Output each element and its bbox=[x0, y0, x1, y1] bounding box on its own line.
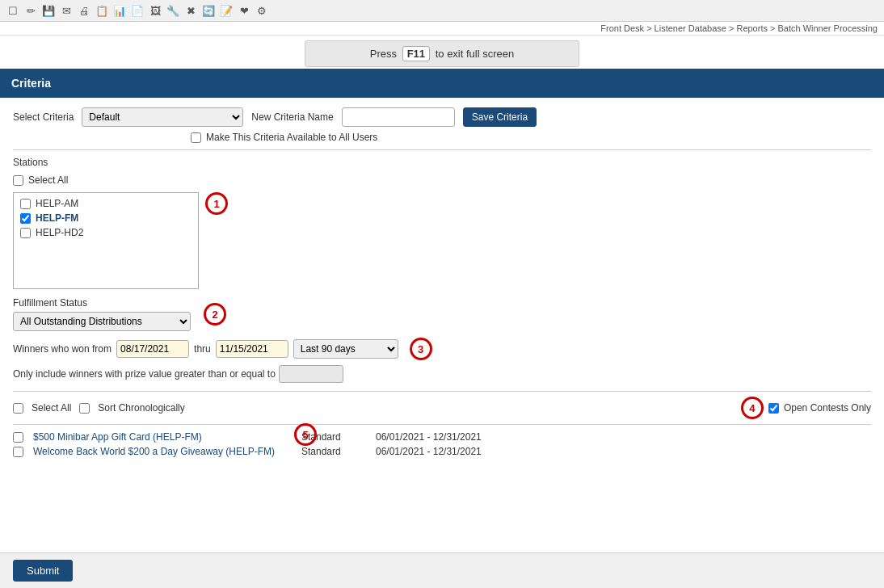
prize-row: Only include winners with prize value gr… bbox=[13, 365, 871, 383]
toolbar: ☐ ✏ 💾 ✉ 🖨 📋 📊 📄 🖼 🔧 ✖ 🔄 📝 ❤ ⚙ bbox=[0, 0, 884, 22]
clipboard-icon[interactable]: 📋 bbox=[94, 2, 110, 19]
stations-box: HELP-AM HELP-FM HELP-HD2 bbox=[13, 192, 199, 289]
contests-header-row: Select All Sort Chronologically 4 Open C… bbox=[13, 391, 871, 425]
chart-icon[interactable]: 📊 bbox=[112, 2, 128, 19]
available-row: Make This Criteria Available to All User… bbox=[191, 132, 871, 143]
divider-1 bbox=[13, 149, 871, 150]
available-checkbox[interactable] bbox=[191, 132, 201, 143]
stations-label: Stations bbox=[13, 157, 871, 168]
station-label-help-fm: HELP-FM bbox=[36, 212, 78, 224]
open-contests-checkbox[interactable] bbox=[768, 403, 779, 414]
stations-select-all-label: Select All bbox=[28, 174, 68, 186]
contest-dates-2: 06/01/2021 - 12/31/2021 bbox=[376, 446, 482, 457]
close-icon[interactable]: ✖ bbox=[183, 2, 199, 19]
station-label-help-hd2: HELP-HD2 bbox=[36, 227, 83, 238]
fulfillment-dropdown[interactable]: All Outstanding Distributions Pending Co… bbox=[13, 312, 191, 331]
contest-item-2: Welcome Back World $200 a Day Giveaway (… bbox=[13, 446, 871, 457]
contest-checkbox-1[interactable] bbox=[13, 432, 23, 443]
winners-to-date[interactable]: 11/15/2021 bbox=[216, 340, 288, 358]
prize-label: Only include winners with prize value gr… bbox=[13, 368, 276, 380]
open-contests-label: Open Contests Only bbox=[784, 402, 871, 414]
available-label: Make This Criteria Available to All User… bbox=[206, 132, 377, 143]
settings-icon[interactable]: ⚙ bbox=[254, 2, 270, 19]
contest-type-2: Standard bbox=[301, 446, 366, 457]
press-label: Press bbox=[370, 48, 397, 60]
select-criteria-label: Select Criteria bbox=[13, 111, 74, 123]
fulfillment-label: Fulfillment Status bbox=[13, 297, 191, 309]
station-label-help-am: HELP-AM bbox=[36, 198, 78, 209]
sort-chronologically-label: Sort Chronologically bbox=[98, 402, 184, 414]
contest-name-1[interactable]: $500 Minibar App Gift Card (HELP-FM) bbox=[33, 431, 292, 443]
fullscreen-notice: Press F11 to exit full screen bbox=[305, 40, 579, 67]
criteria-header: Criteria bbox=[0, 69, 884, 98]
new-criteria-label: New Criteria Name bbox=[251, 111, 333, 123]
badge-2: 2 bbox=[204, 303, 226, 326]
station-item-help-am: HELP-AM bbox=[20, 198, 192, 209]
contest-name-2[interactable]: Welcome Back World $200 a Day Giveaway (… bbox=[33, 446, 292, 457]
contests-select-all-label: Select All bbox=[32, 402, 71, 414]
badge-3: 3 bbox=[410, 338, 432, 360]
badge-5: 5 bbox=[294, 423, 317, 446]
station-checkbox-help-fm[interactable] bbox=[20, 213, 31, 224]
image-icon[interactable]: 🖼 bbox=[147, 2, 163, 19]
prize-input[interactable] bbox=[279, 365, 343, 383]
sort-chronologically-checkbox[interactable] bbox=[79, 403, 90, 414]
stations-select-all-checkbox[interactable] bbox=[13, 175, 23, 186]
days-dropdown[interactable]: Last 90 days Last 30 days Last 60 days L… bbox=[293, 339, 398, 359]
badge-1: 1 bbox=[205, 192, 228, 215]
winners-label: Winners who won from bbox=[13, 343, 112, 355]
contest-item-1: $500 Minibar App Gift Card (HELP-FM) Sta… bbox=[13, 431, 871, 443]
winners-row: Winners who won from 08/17/2021 thru 11/… bbox=[13, 338, 871, 360]
badge-4: 4 bbox=[741, 397, 764, 419]
refresh-icon[interactable]: 🔄 bbox=[200, 2, 217, 19]
contest-checkbox-2[interactable] bbox=[13, 447, 23, 457]
edit-icon[interactable]: ✏ bbox=[23, 2, 39, 19]
thru-label: thru bbox=[194, 343, 211, 355]
select-criteria-dropdown[interactable]: Default bbox=[82, 107, 243, 127]
stations-select-all-row: Select All bbox=[13, 174, 871, 186]
station-item-help-fm: HELP-FM bbox=[20, 212, 192, 224]
contest-dates-1: 06/01/2021 - 12/31/2021 bbox=[376, 431, 482, 443]
checkbox-icon[interactable]: ☐ bbox=[5, 2, 21, 19]
stations-section: Stations Select All HELP-AM HELP-FM HELP… bbox=[13, 157, 871, 289]
print-icon[interactable]: 🖨 bbox=[76, 2, 92, 19]
save-criteria-button[interactable]: Save Criteria bbox=[463, 107, 537, 127]
doc-icon[interactable]: 📄 bbox=[129, 2, 145, 19]
station-item-help-hd2: HELP-HD2 bbox=[20, 227, 192, 238]
email-icon[interactable]: ✉ bbox=[58, 2, 74, 19]
tool-icon[interactable]: 🔧 bbox=[165, 2, 181, 19]
winners-from-date[interactable]: 08/17/2021 bbox=[116, 340, 189, 358]
fulfillment-section: Fulfillment Status All Outstanding Distr… bbox=[13, 297, 871, 331]
new-criteria-input[interactable] bbox=[342, 107, 455, 127]
criteria-row: Select Criteria Default New Criteria Nam… bbox=[13, 107, 871, 127]
heart-icon[interactable]: ❤ bbox=[236, 2, 252, 19]
notes-icon[interactable]: 📝 bbox=[218, 2, 234, 19]
f11-badge: F11 bbox=[402, 46, 430, 61]
breadcrumb: Front Desk > Listener Database > Reports… bbox=[0, 22, 884, 36]
main-content: Select Criteria Default New Criteria Nam… bbox=[0, 98, 884, 470]
exit-label: to exit full screen bbox=[436, 48, 515, 60]
save-icon[interactable]: 💾 bbox=[40, 2, 57, 19]
contest-list: $500 Minibar App Gift Card (HELP-FM) Sta… bbox=[13, 431, 871, 457]
contests-select-all-checkbox[interactable] bbox=[13, 403, 23, 414]
station-checkbox-help-am[interactable] bbox=[20, 199, 31, 209]
station-checkbox-help-hd2[interactable] bbox=[20, 228, 31, 238]
